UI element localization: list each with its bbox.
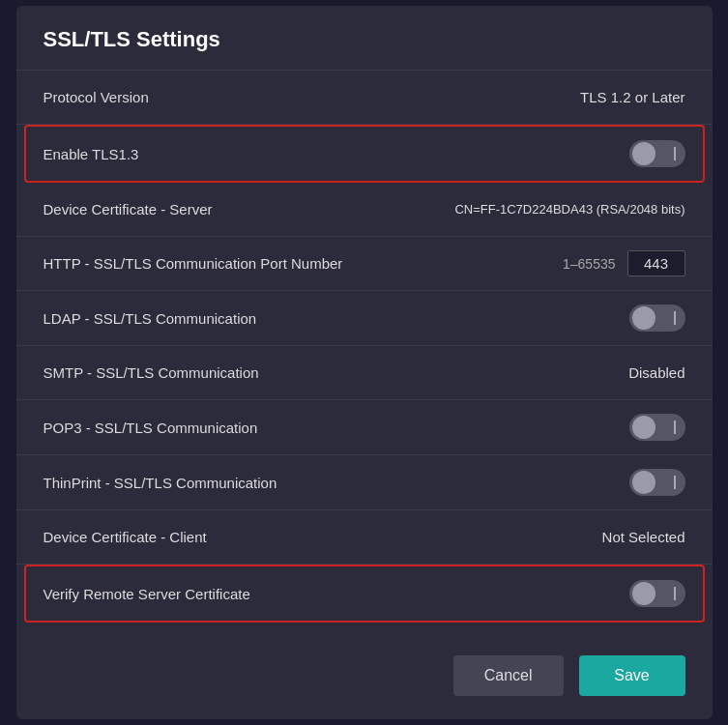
row-wrapper-verify-remote: Verify Remote Server Certificate <box>24 565 705 623</box>
dialog-title: SSL/TLS Settings <box>16 6 713 71</box>
row-device-cert-server: Device Certificate - Server CN=FF-1C7D22… <box>16 183 713 237</box>
row-device-cert-client: Device Certificate - Client Not Selected <box>16 510 713 565</box>
port-input[interactable] <box>627 250 685 276</box>
toggle-line-tls13 <box>674 147 676 160</box>
label-device-cert-client: Device Certificate - Client <box>44 529 207 545</box>
row-wrapper-enable-tls13: Enable TLS1.3 <box>24 125 705 183</box>
row-smtp: SMTP - SSL/TLS Communication Disabled <box>16 346 713 400</box>
toggle-ldap[interactable] <box>629 304 685 332</box>
row-ldap: LDAP - SSL/TLS Communication <box>16 291 713 346</box>
toggle-thumb-pop3 <box>632 416 655 439</box>
toggle-line-pop3 <box>674 420 676 434</box>
label-verify-remote: Verify Remote Server Certificate <box>44 586 250 602</box>
label-pop3: POP3 - SSL/TLS Communication <box>44 420 258 436</box>
toggle-verify-remote[interactable] <box>629 580 685 607</box>
row-thinprint: ThinPrint - SSL/TLS Communication <box>16 455 713 510</box>
toggle-line-thinprint <box>674 476 676 489</box>
ssl-tls-dialog: SSL/TLS Settings Protocol Version TLS 1.… <box>16 6 713 719</box>
row-pop3: POP3 - SSL/TLS Communication <box>16 400 713 455</box>
row-enable-tls13: Enable TLS1.3 <box>26 127 703 181</box>
save-button[interactable]: Save <box>579 655 685 696</box>
http-port-right: 1–65535 <box>563 250 685 276</box>
row-verify-remote: Verify Remote Server Certificate <box>26 566 703 621</box>
dialog-footer: Cancel Save <box>16 636 713 719</box>
label-smtp: SMTP - SSL/TLS Communication <box>44 364 259 381</box>
toggle-thumb-tls13 <box>632 142 655 165</box>
toggle-pop3[interactable] <box>629 414 685 441</box>
toggle-enable-tls13[interactable] <box>629 140 685 167</box>
toggle-line-verify <box>674 587 676 600</box>
value-device-cert-server: CN=FF-1C7D224BDA43 (RSA/2048 bits) <box>454 202 684 217</box>
value-smtp: Disabled <box>628 364 684 381</box>
toggle-thumb-verify <box>632 582 655 605</box>
label-http-port: HTTP - SSL/TLS Communication Port Number <box>44 255 343 272</box>
toggle-thumb-thinprint <box>632 471 655 494</box>
value-protocol-version: TLS 1.2 or Later <box>580 89 684 105</box>
label-device-cert-server: Device Certificate - Server <box>44 201 213 218</box>
label-enable-tls13: Enable TLS1.3 <box>44 146 139 162</box>
value-device-cert-client: Not Selected <box>602 529 685 545</box>
toggle-line-ldap <box>674 311 676 325</box>
settings-list: Protocol Version TLS 1.2 or Later Enable… <box>16 71 713 636</box>
label-ldap: LDAP - SSL/TLS Communication <box>44 310 257 327</box>
row-http-port: HTTP - SSL/TLS Communication Port Number… <box>16 237 713 291</box>
toggle-thinprint[interactable] <box>629 469 685 496</box>
row-protocol-version: Protocol Version TLS 1.2 or Later <box>16 71 713 125</box>
label-protocol-version: Protocol Version <box>44 89 149 105</box>
cancel-button[interactable]: Cancel <box>453 655 564 696</box>
port-range: 1–65535 <box>563 256 616 272</box>
label-thinprint: ThinPrint - SSL/TLS Communication <box>44 475 277 491</box>
toggle-thumb-ldap <box>632 306 655 330</box>
